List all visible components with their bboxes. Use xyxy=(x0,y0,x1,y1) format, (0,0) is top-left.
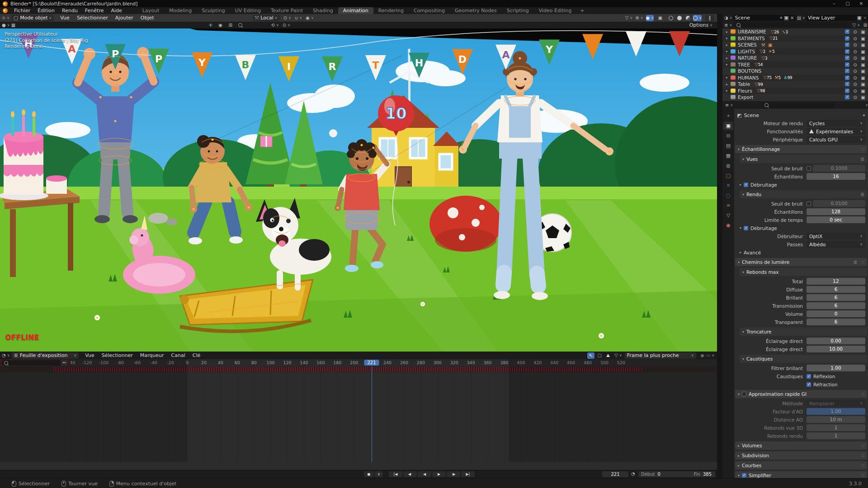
section-viewport-sampling[interactable]: ▾Vues ≣ xyxy=(740,155,867,163)
collection-name[interactable]: Table xyxy=(738,81,750,87)
expand-icon[interactable]: ▸ xyxy=(726,36,731,40)
camera-icon[interactable]: ▣ xyxy=(861,75,865,80)
viewport-menu-item[interactable]: Sélectionner xyxy=(73,14,112,21)
tab-rendering[interactable]: Rendering xyxy=(373,7,409,14)
collection-name[interactable]: Fleurs xyxy=(738,88,752,94)
section-clamping[interactable]: ▾Troncature xyxy=(740,328,867,336)
expand-icon[interactable]: ▸ xyxy=(726,75,731,80)
camera-icon[interactable]: ▣ xyxy=(861,36,865,41)
outliner-row-scenes[interactable]: ▸SCENES⚒▣⊙▣ xyxy=(722,42,868,48)
current-frame-chip[interactable]: 221 xyxy=(364,360,379,366)
tool-option-3[interactable]: ⊞ xyxy=(227,22,234,28)
unlink-icon[interactable]: × xyxy=(790,15,794,21)
properties-tab-physics[interactable]: ◌ xyxy=(723,191,733,200)
max-bounces-value[interactable]: 6 xyxy=(807,302,865,309)
duplicate-icon[interactable]: ▣ xyxy=(857,15,861,21)
collection-name[interactable]: HUMANS xyxy=(738,75,759,80)
viewport-bounces[interactable]: 1 xyxy=(807,424,865,431)
exclude-checkbox[interactable] xyxy=(845,82,849,86)
expand-icon[interactable]: ▸ xyxy=(726,62,731,66)
expand-icon[interactable]: ▸ xyxy=(726,89,731,93)
rotation-widget[interactable]: ⟲∨ xyxy=(271,22,279,28)
collection-name[interactable]: URBANISME xyxy=(738,29,766,34)
exclude-checkbox[interactable] xyxy=(845,95,849,99)
caustics-refractive-label[interactable]: Réfraction xyxy=(813,382,838,387)
properties-tab-modifiers[interactable]: ⌗ xyxy=(723,181,733,190)
outliner-row-batiments[interactable]: ▸BATIMENTS▽21⊙▣ xyxy=(722,35,868,42)
camera-icon[interactable]: ▣ xyxy=(861,62,865,67)
time-limit[interactable]: 0 sec xyxy=(807,216,865,223)
menu-item[interactable]: Aide xyxy=(107,7,125,14)
max-bounces-value[interactable]: 0 xyxy=(807,310,865,317)
dopesheet-menu-item[interactable]: Vue xyxy=(81,352,98,359)
properties-tab-view-layer[interactable]: ▤ xyxy=(723,141,733,150)
eye-icon[interactable]: ⊙ xyxy=(853,62,857,67)
feature-set-select[interactable]: Expérimentales∨ xyxy=(807,128,865,135)
camera-icon[interactable]: ▣ xyxy=(861,55,865,61)
jump-end-button[interactable]: ▶| xyxy=(461,471,475,477)
dopesheet-menu-item[interactable]: Marqueur xyxy=(137,352,168,359)
zoom-to-fit-button[interactable]: ↔ xyxy=(61,360,68,366)
viewport-denoise-checkbox[interactable] xyxy=(744,183,748,187)
viewport-menu-item[interactable]: Objet xyxy=(137,14,158,21)
properties-tab-constraints[interactable]: ∞ xyxy=(723,201,733,210)
auto-key-button[interactable]: ● xyxy=(364,471,374,477)
noise-threshold-checkbox[interactable] xyxy=(807,166,811,171)
viewport-search-icon[interactable] xyxy=(237,22,244,28)
expand-icon[interactable]: ▸ xyxy=(726,30,731,34)
outliner-row-nature[interactable]: ▸NATURE▽3⊙▣ xyxy=(722,55,868,61)
tab-modeling[interactable]: Modeling xyxy=(164,7,197,14)
outliner-row-export[interactable]: Export⊙▣ xyxy=(722,94,868,101)
caustics-reflective-checkbox[interactable] xyxy=(807,374,811,379)
exclude-checkbox[interactable] xyxy=(845,69,849,73)
eye-icon[interactable]: ⊙ xyxy=(853,94,857,100)
tab-layout[interactable]: Layout xyxy=(137,7,164,14)
properties-tab-output[interactable]: ⊟ xyxy=(723,131,733,140)
target-widget[interactable]: ⊙∨ xyxy=(283,22,290,28)
eye-icon[interactable]: ⊙ xyxy=(853,49,857,54)
device-select[interactable]: Calculs GPU∨ xyxy=(807,136,865,143)
exclude-checkbox[interactable] xyxy=(845,62,849,67)
simplifier-checkbox[interactable] xyxy=(742,473,746,478)
max-bounces-value[interactable]: 12 xyxy=(807,278,865,285)
active-tool-icon[interactable]: ●∨ xyxy=(2,22,10,28)
eye-icon[interactable]: ⊙ xyxy=(853,36,857,41)
eye-icon[interactable]: ⊙ xyxy=(853,68,857,74)
denoiser-select[interactable]: OptiX∨ xyxy=(807,233,865,239)
dopesheet-menu-item[interactable]: Clé xyxy=(189,352,204,359)
section-light-paths[interactable]: ▾Chemins de lumière ≣ ∷ xyxy=(735,258,867,266)
exclude-checkbox[interactable] xyxy=(845,29,849,34)
max-bounces-value[interactable]: 6 xyxy=(807,319,865,325)
fast-gi-method-select[interactable]: Remplacer∨ xyxy=(807,400,865,407)
preset-icon[interactable]: ≣ xyxy=(854,259,858,265)
minimize-button[interactable]: – xyxy=(827,0,841,7)
render-denoise-checkbox[interactable] xyxy=(744,226,748,230)
tab-compositing[interactable]: Compositing xyxy=(409,7,450,14)
prev-keyframe-button[interactable]: ◀· xyxy=(403,471,417,477)
xray-toggle[interactable]: ▣ xyxy=(656,15,664,21)
exclude-checkbox[interactable] xyxy=(845,56,849,60)
viewport-menu-item[interactable]: Vue xyxy=(57,14,73,21)
outliner-row-humans[interactable]: ▸HUMANS▽75⚒5⋔99⊙▣ xyxy=(722,75,868,81)
pin-icon[interactable]: ⌖ xyxy=(863,113,865,118)
properties-tab-object-data[interactable]: ▽ xyxy=(723,211,733,220)
eye-icon[interactable]: ⊙ xyxy=(853,88,857,94)
preset-icon[interactable]: ≣ xyxy=(860,156,864,162)
keying-set-dropdown[interactable]: ∨ xyxy=(375,471,383,477)
section-courbes[interactable]: ▸Courbes∷ xyxy=(735,461,867,469)
ao-distance[interactable]: 10 m xyxy=(807,416,865,423)
shading-rendered-button[interactable]: ∨ xyxy=(693,15,702,21)
camera-icon[interactable]: ▣ xyxy=(861,88,865,94)
camera-icon[interactable]: ▣ xyxy=(861,94,865,100)
properties-tab-tool[interactable]: ⌖ xyxy=(723,112,733,120)
close-button[interactable]: × xyxy=(854,0,868,7)
max-bounces-value[interactable]: 6 xyxy=(807,286,865,293)
editor-type-button[interactable]: ≡∨ xyxy=(725,102,733,108)
collection-name[interactable]: TREE xyxy=(738,62,750,67)
properties-search-input[interactable] xyxy=(762,103,835,108)
eye-icon[interactable]: ⊙ xyxy=(853,42,857,47)
properties-tab-render[interactable]: ▣ xyxy=(723,122,733,130)
exclude-checkbox[interactable] xyxy=(845,89,849,93)
filter-glossy[interactable]: 1.00 xyxy=(807,365,865,371)
next-keyframe-button[interactable]: ·▶ xyxy=(447,471,460,477)
